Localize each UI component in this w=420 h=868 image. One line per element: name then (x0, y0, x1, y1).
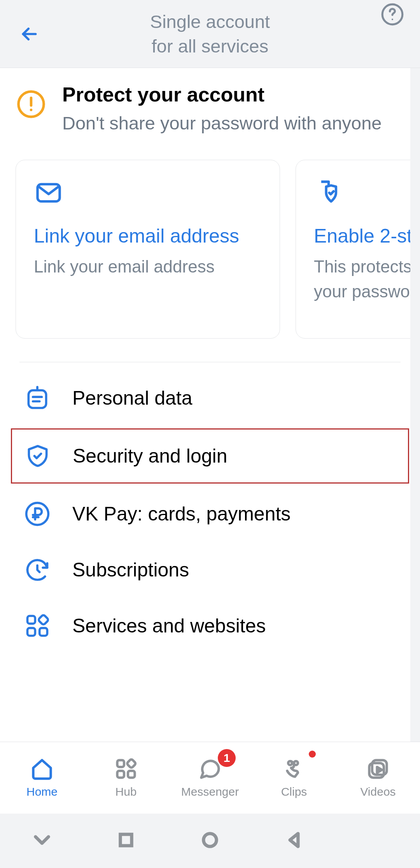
card-title: Enable 2-st (314, 225, 420, 247)
ruble-circle-icon (23, 501, 51, 527)
svg-point-4 (30, 108, 33, 111)
question-circle-icon (380, 2, 404, 26)
menu-item-personal-data[interactable]: Personal data (0, 370, 420, 426)
menu-item-subscriptions[interactable]: Subscriptions (0, 542, 420, 598)
svg-rect-13 (40, 628, 47, 636)
svg-point-1 (392, 19, 393, 20)
hub-icon (114, 757, 138, 782)
menu-label: Services and websites (72, 615, 266, 637)
svg-rect-18 (126, 759, 136, 768)
nav-messenger[interactable]: 1 Messenger (168, 742, 252, 814)
warning-circle-icon (16, 89, 47, 119)
right-edge-shadow (410, 66, 420, 742)
menu-item-security-login[interactable]: Security and login (11, 428, 409, 484)
card-title: Link your email address (34, 225, 262, 247)
sys-recent[interactable] (116, 830, 136, 851)
menu-label: Subscriptions (72, 559, 189, 581)
card-subtitle: This protects if someone g your passwor (314, 254, 420, 304)
help-button[interactable] (380, 2, 404, 26)
sys-back[interactable] (284, 830, 304, 851)
nav-videos[interactable]: Videos (336, 742, 420, 814)
nav-hub[interactable]: Hub (84, 742, 168, 814)
menu-item-vk-pay[interactable]: VK Pay: cards, payments (0, 486, 420, 542)
home-icon (30, 757, 54, 782)
mail-icon (34, 178, 262, 209)
nav-label: Messenger (181, 785, 239, 798)
svg-rect-12 (28, 628, 35, 636)
videos-icon (366, 757, 390, 782)
sys-home[interactable] (200, 830, 220, 851)
suggestion-cards: Link your email address Link your email … (0, 148, 420, 362)
menu-label: VK Pay: cards, payments (72, 503, 290, 525)
nav-label: Videos (360, 785, 396, 798)
svg-rect-16 (117, 771, 124, 778)
svg-point-19 (288, 761, 292, 765)
svg-rect-14 (38, 615, 49, 625)
sys-chevron-down[interactable] (32, 830, 52, 851)
clock-refresh-icon (23, 557, 51, 583)
menu-label: Personal data (72, 387, 192, 409)
alert-heading: Protect your account (62, 83, 382, 106)
app-header: Single account for all services (0, 0, 420, 68)
card-enable-2fa[interactable]: Enable 2-st This protects if someone g y… (296, 160, 420, 339)
nav-label: Home (26, 785, 58, 798)
bottom-nav: Home Hub 1 Messenger Clips Videos (0, 742, 420, 814)
header-title: Single account for all services (0, 9, 420, 59)
android-nav-bar (0, 814, 420, 868)
clips-icon (282, 757, 306, 782)
content-area: Protect your account Don't share your pa… (0, 68, 420, 669)
nav-label: Hub (115, 785, 136, 798)
svg-rect-23 (120, 834, 131, 845)
alert-text: Protect your account Don't share your pa… (62, 83, 382, 136)
card-subtitle: Link your email address (34, 254, 262, 279)
menu-item-services-websites[interactable]: Services and websites (0, 598, 420, 654)
nav-clips[interactable]: Clips (252, 742, 336, 814)
svg-point-20 (294, 761, 298, 765)
header-title-line1: Single account (150, 11, 270, 32)
nav-label: Clips (281, 785, 307, 798)
svg-rect-17 (128, 771, 135, 778)
header-title-line2: for all services (152, 36, 268, 56)
messenger-badge: 1 (218, 749, 236, 767)
alert-body: Don't share your password with anyone (62, 110, 382, 136)
protect-account-banner: Protect your account Don't share your pa… (0, 68, 420, 148)
card-link-email[interactable]: Link your email address Link your email … (16, 160, 280, 339)
svg-rect-15 (117, 760, 124, 767)
shield-devices-icon (314, 178, 420, 209)
shield-check-icon (24, 443, 52, 469)
svg-rect-6 (28, 390, 46, 408)
svg-point-24 (203, 833, 216, 846)
svg-rect-11 (28, 616, 35, 624)
apps-grid-icon (23, 613, 51, 639)
settings-menu: Personal data Security and login VK Pay:… (0, 362, 420, 669)
menu-label: Security and login (73, 445, 227, 467)
personal-data-icon (23, 385, 51, 411)
nav-home[interactable]: Home (0, 742, 84, 814)
notification-dot (309, 751, 316, 758)
